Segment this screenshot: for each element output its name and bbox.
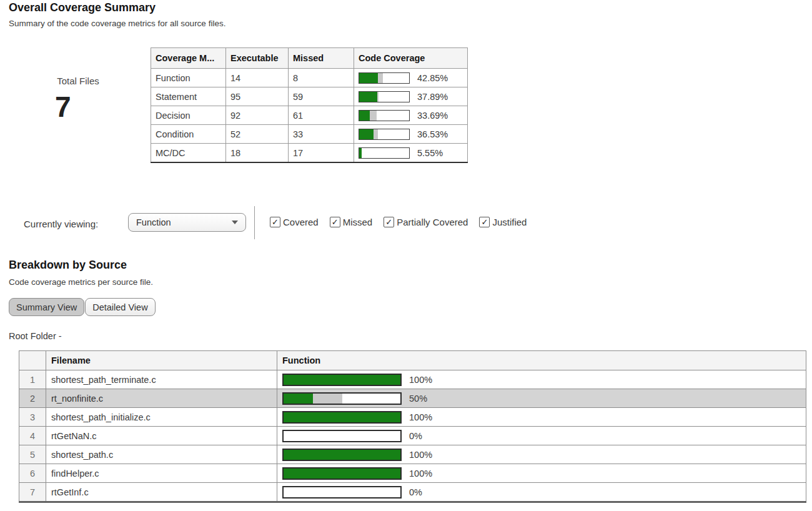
coverage-percent-label: 100% [409,412,432,422]
breakdown-header-filename[interactable]: Filename [46,351,277,370]
summary-table-row: Condition523336.53% [151,125,468,144]
breakdown-subtitle: Code coverage metrics per source file. [9,277,153,287]
filename-cell: rt_nonfinite.c [46,389,277,408]
coverage-percent-label: 0% [409,431,422,441]
summary-table-row: Function14842.85% [151,69,468,87]
row-number: 2 [19,389,46,408]
summary-column-header[interactable]: Missed [289,48,354,69]
total-files-label: Total Files [41,76,116,86]
executable-count: 95 [226,87,289,106]
page-title: Overall Coverage Summary [9,1,156,14]
metric-name: Function [151,69,226,87]
code-coverage-cell: 36.53% [354,125,468,144]
coverage-bar-wrap: 0% [282,430,801,442]
filename-cell: shortest_path_terminate.c [46,370,277,389]
coverage-bar [282,467,402,480]
coverage-percent-label: 36.53% [417,129,448,139]
table-row[interactable]: 5shortest_path.c100% [19,445,806,464]
coverage-bar [282,430,402,442]
metric-dropdown[interactable]: Function [128,213,246,232]
coverage-bar [282,374,402,386]
checkbox-box[interactable]: ✓ [384,217,394,227]
root-folder-label: Root Folder - [9,331,62,341]
coverage-percent-label: 0% [409,487,422,497]
coverage-bar-wrap: 5.55% [359,147,463,159]
coverage-bar-wrap: 100% [282,467,801,480]
chevron-down-icon [232,221,238,224]
filter-checkbox-partially-covered[interactable]: ✓Partially Covered [384,217,468,227]
coverage-percent-label: 100% [409,469,432,479]
row-number: 6 [19,464,46,483]
checkmark-icon: ✓ [385,218,392,226]
partial-bar-segment [313,394,342,404]
checkbox-box[interactable]: ✓ [479,217,490,227]
table-row[interactable]: 1shortest_path_terminate.c100% [19,370,806,389]
coverage-percent-label: 50% [409,394,427,404]
summary-column-header[interactable]: Coverage M... [151,48,226,69]
checkbox-box[interactable]: ✓ [330,217,340,227]
executable-count: 18 [226,144,289,163]
function-coverage-cell: 50% [277,389,806,408]
row-number: 1 [19,370,46,389]
table-row[interactable]: 4rtGetNaN.c0% [19,427,806,445]
breakdown-header-metric[interactable]: Function [277,351,806,370]
table-row[interactable]: 7rtGetInf.c0% [19,483,806,502]
row-number: 3 [19,408,46,427]
checkbox-box[interactable]: ✓ [270,217,280,227]
summary-column-header[interactable]: Executable [226,48,289,69]
coverage-percent-label: 42.85% [417,73,448,83]
executable-count: 92 [226,106,289,125]
function-coverage-cell: 100% [277,370,806,389]
row-number: 7 [19,483,46,502]
metric-name: Decision [151,106,226,125]
vertical-divider [254,206,255,239]
coverage-bar [359,147,410,159]
coverage-bar [359,72,410,84]
summary-column-header[interactable]: Code Coverage [354,48,468,69]
summary-view-button[interactable]: Summary View [9,298,84,316]
filename-cell: shortest_path_initialize.c [46,408,277,427]
breakdown-table: Filename Function 1shortest_path_termina… [19,350,806,503]
coverage-bar-wrap: 100% [282,449,801,461]
total-files-value: 7 [55,92,71,121]
coverage-percent-label: 5.55% [417,148,443,158]
detailed-view-button[interactable]: Detailed View [85,298,155,316]
breakdown-table-header-row: Filename Function [19,351,806,370]
checkmark-icon: ✓ [272,218,279,226]
function-coverage-cell: 100% [277,408,806,427]
summary-table-row: Statement955937.89% [151,87,468,106]
row-number: 5 [19,445,46,464]
executable-count: 14 [226,69,289,87]
currently-viewing-label: Currently viewing: [24,219,98,229]
checkmark-icon: ✓ [481,218,488,226]
checkbox-label: Missed [343,217,373,227]
checkmark-icon: ✓ [332,218,339,226]
partial-bar-segment [378,73,382,83]
table-row[interactable]: 6findHelper.c100% [19,464,806,483]
function-coverage-cell: 0% [277,427,806,445]
code-coverage-cell: 33.69% [354,106,468,125]
code-coverage-cell: 5.55% [354,144,468,163]
covered-bar-segment [359,148,362,158]
coverage-bar-wrap: 100% [282,411,801,424]
filter-checkbox-justified[interactable]: ✓Justified [479,217,527,227]
covered-bar-segment [284,469,400,479]
coverage-bar-wrap: 0% [282,486,801,499]
covered-bar-segment [359,73,378,83]
table-row[interactable]: 3shortest_path_initialize.c100% [19,408,806,427]
covered-bar-segment [359,129,374,139]
filter-checkbox-covered[interactable]: ✓Covered [270,217,319,227]
filename-cell: rtGetInf.c [46,483,277,502]
executable-count: 52 [226,125,289,144]
coverage-bar [359,91,410,102]
breakdown-title: Breakdown by Source [9,259,127,272]
metric-name: Statement [151,87,226,106]
coverage-bar-wrap: 50% [282,392,801,405]
function-coverage-cell: 100% [277,464,806,483]
partial-bar-segment [370,111,377,121]
covered-bar-segment [284,375,400,385]
filter-checkbox-missed[interactable]: ✓Missed [330,217,373,227]
table-row[interactable]: 2rt_nonfinite.c50% [19,389,806,408]
metric-name: Condition [151,125,226,144]
checkbox-label: Covered [283,217,319,227]
